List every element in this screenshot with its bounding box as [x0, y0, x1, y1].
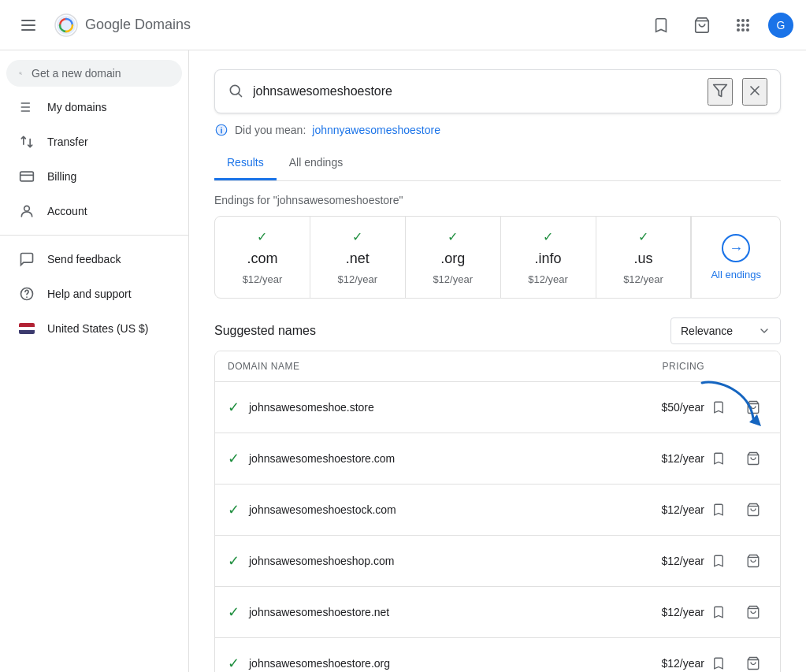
- svg-point-31: [221, 127, 222, 128]
- sidebar-item-my-domains-label: My domains: [47, 101, 106, 113]
- sidebar-item-transfer[interactable]: Transfer: [0, 124, 188, 159]
- add-to-cart-6-button[interactable]: [739, 649, 767, 672]
- help-icon: [19, 286, 35, 302]
- relevance-select[interactable]: Relevance: [670, 317, 781, 344]
- logo-link[interactable]: Google Domains: [54, 13, 191, 38]
- col-domain-header: Domain name: [228, 361, 610, 372]
- info-icon: [214, 123, 228, 137]
- table-row[interactable]: ✓ johnsawesomeshoestock.com $12/year: [215, 485, 780, 536]
- svg-point-6: [741, 19, 745, 22]
- ending-card-com[interactable]: ✓ .com $12/year: [215, 217, 310, 298]
- table-row[interactable]: ✓ johnsawesomeshoestore.net $12/year: [215, 587, 780, 638]
- save-domain-6-button[interactable]: [704, 649, 733, 672]
- did-you-mean-text: Did you mean:: [235, 124, 306, 136]
- svg-rect-19: [20, 172, 34, 181]
- filter-button[interactable]: [708, 78, 733, 106]
- sidebar-item-account[interactable]: Account: [0, 194, 188, 228]
- sidebar-item-billing[interactable]: Billing: [0, 159, 188, 194]
- avatar[interactable]: G: [768, 13, 793, 38]
- add-to-cart-3-button[interactable]: [739, 496, 767, 524]
- sidebar-search[interactable]: [6, 60, 182, 87]
- did-you-mean-link[interactable]: johnnyawesomeshoestore: [312, 124, 440, 136]
- ending-check-com: ✓: [257, 229, 267, 244]
- svg-point-10: [746, 24, 749, 27]
- svg-point-21: [24, 206, 30, 211]
- all-endings-button[interactable]: → All endings: [691, 217, 780, 298]
- search-icon: [19, 66, 22, 80]
- suggested-header: Suggested names Relevance: [214, 317, 781, 344]
- row-actions-1: [704, 393, 767, 421]
- ending-price-com: $12/year: [243, 273, 283, 285]
- feedback-icon: [19, 251, 35, 267]
- sidebar-item-send-feedback[interactable]: Send feedback: [0, 242, 188, 277]
- sidebar-item-my-domains[interactable]: My domains: [0, 90, 188, 124]
- search-bar: [214, 69, 781, 113]
- available-check-icon: ✓: [228, 552, 240, 570]
- svg-rect-2: [21, 29, 35, 31]
- table-row[interactable]: ✓ johnsawesomeshoestore.com $12/year: [215, 433, 780, 485]
- all-endings-arrow-icon: →: [722, 234, 750, 262]
- svg-point-13: [746, 28, 749, 32]
- available-check-icon: ✓: [228, 655, 240, 672]
- apps-button[interactable]: [727, 9, 759, 41]
- row-price-6: $12/year: [610, 657, 704, 670]
- table-header: Domain name Pricing: [215, 351, 780, 382]
- svg-point-9: [741, 24, 745, 27]
- save-domain-4-button[interactable]: [704, 547, 733, 575]
- add-to-cart-2-button[interactable]: [739, 444, 767, 473]
- save-domain-3-button[interactable]: [704, 496, 733, 524]
- search-input[interactable]: [32, 67, 169, 80]
- ending-tld-us: .us: [633, 251, 652, 267]
- save-domain-2-button[interactable]: [704, 444, 733, 473]
- row-domain-5: johnsawesomeshoestore.net: [249, 606, 610, 618]
- row-actions-6: [704, 649, 767, 672]
- table-row[interactable]: ✓ johnsawesomeshoestore.org $12/year: [215, 638, 780, 672]
- table-row[interactable]: ✓ johnsawesomeshoeshop.com $12/year: [215, 536, 780, 587]
- sidebar-item-united-states-label: United States (US $): [47, 322, 148, 335]
- transfer-icon: [19, 134, 35, 150]
- menu-button[interactable]: [13, 9, 44, 41]
- cart-button[interactable]: [686, 9, 718, 41]
- sidebar-item-account-label: Account: [47, 205, 87, 217]
- svg-point-7: [746, 19, 749, 22]
- svg-rect-16: [21, 102, 31, 104]
- row-price-3: $12/year: [610, 503, 704, 516]
- endings-row: ✓ .com $12/year ✓ .net $12/year ✓ .org $…: [214, 216, 781, 299]
- svg-rect-18: [21, 110, 31, 112]
- ending-price-net: $12/year: [338, 273, 378, 285]
- all-endings-label: All endings: [711, 269, 761, 280]
- add-to-cart-1-button[interactable]: [739, 393, 767, 421]
- svg-line-25: [239, 93, 242, 96]
- row-domain-3: johnsawesomeshoestock.com: [249, 503, 610, 516]
- svg-point-23: [26, 296, 28, 298]
- table-row[interactable]: ✓ johnsawesomeshoe.store $50/year: [215, 382, 780, 433]
- sidebar: My domains Transfer Billing Account: [0, 50, 189, 672]
- clear-search-button[interactable]: [742, 78, 767, 106]
- sidebar-item-transfer-label: Transfer: [47, 136, 88, 148]
- tab-results[interactable]: Results: [214, 147, 277, 180]
- logo-text: Google Domains: [85, 17, 191, 33]
- svg-rect-0: [21, 20, 35, 21]
- saved-button[interactable]: [645, 9, 677, 41]
- app-header: Google Domains G: [0, 0, 806, 50]
- col-pricing-header: Pricing: [610, 361, 704, 372]
- save-domain-5-button[interactable]: [704, 598, 733, 626]
- sidebar-item-help-support[interactable]: Help and support: [0, 277, 188, 311]
- sidebar-item-help-support-label: Help and support: [47, 288, 132, 300]
- sidebar-item-united-states[interactable]: United States (US $): [0, 311, 188, 346]
- svg-rect-17: [21, 106, 31, 108]
- svg-line-15: [21, 74, 22, 75]
- ending-card-net[interactable]: ✓ .net $12/year: [310, 217, 406, 298]
- ending-card-us[interactable]: ✓ .us $12/year: [596, 217, 692, 298]
- add-to-cart-5-button[interactable]: [739, 598, 767, 626]
- ending-card-info[interactable]: ✓ .info $12/year: [501, 217, 596, 298]
- add-to-cart-4-button[interactable]: [739, 547, 767, 575]
- row-price-5: $12/year: [610, 606, 704, 618]
- ending-card-org[interactable]: ✓ .org $12/year: [406, 217, 501, 298]
- ending-tld-org: .org: [440, 251, 465, 267]
- tab-all-endings[interactable]: All endings: [277, 147, 356, 180]
- save-domain-1-button[interactable]: [704, 393, 733, 421]
- main-search-input[interactable]: [253, 84, 698, 98]
- results-table: Domain name Pricing ✓ johnsawesomeshoe.s…: [214, 351, 781, 672]
- row-actions-5: [704, 598, 767, 626]
